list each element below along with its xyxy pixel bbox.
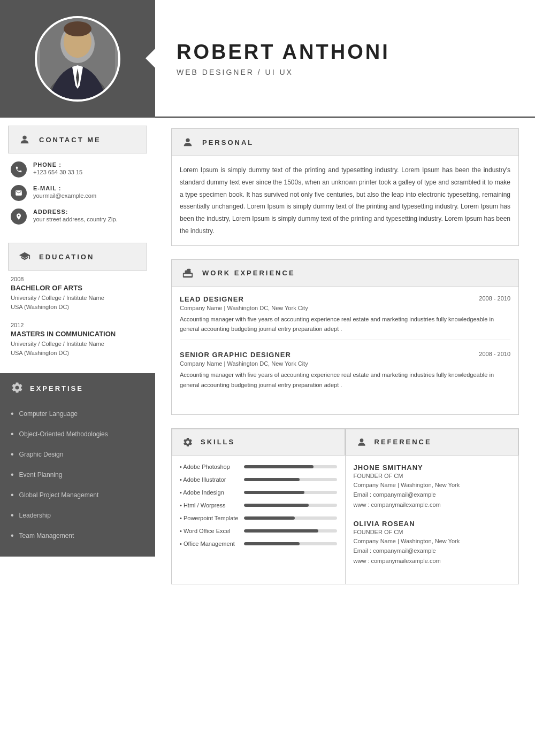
ref-role-1: FOUNDER OF CM xyxy=(354,473,511,479)
expertise-item-7: Team Management xyxy=(11,526,144,546)
personal-title: PERSONAL xyxy=(202,138,254,146)
main-right-content: PERSONAL Lorem Ipsum is simply dummy tex… xyxy=(155,118,535,756)
skills-list: Adobe Photoshop Adobe Illustrator Adobe … xyxy=(180,464,337,547)
expertise-header: EXPERTISE xyxy=(11,381,144,396)
contact-body: PHONE : +123 654 30 33 15 E-MAIL : yourm… xyxy=(0,153,155,240)
personal-icon xyxy=(180,134,196,150)
ref-item-2: OLIVIA ROSEAN FOUNDER OF CM Company Name… xyxy=(354,520,511,566)
contact-email: E-MAIL : yourmail@example.com xyxy=(11,185,144,201)
work-title-heading: WORK EXPERIENCE xyxy=(202,269,295,277)
work-position-2: SENIOR GRAPHIC DESIGNER xyxy=(180,351,291,359)
address-value: your street address, country Zip. xyxy=(33,216,118,222)
skill-bar-fill-4 xyxy=(244,504,309,507)
header-left-panel xyxy=(0,0,155,118)
personal-section: PERSONAL Lorem Ipsum is simply dummy tex… xyxy=(171,128,519,246)
skill-bar-fill-5 xyxy=(244,516,295,520)
contact-title: CONTACT ME xyxy=(39,136,101,144)
address-icon xyxy=(11,209,27,225)
education-icon xyxy=(17,249,33,265)
email-icon xyxy=(11,185,27,201)
ref-detail-2: Company Name | Washington, New York Emai… xyxy=(354,536,511,566)
reference-icon xyxy=(354,435,369,450)
skill-7: Office Management xyxy=(180,541,337,547)
expertise-item-3: Graphic Design xyxy=(11,444,144,465)
skill-name-2: Adobe Illustrator xyxy=(180,476,244,483)
address-text: ADDRESS: your street address, country Zi… xyxy=(33,209,118,223)
email-value: yourmail@example.com xyxy=(33,192,96,199)
education-title: EDUCATION xyxy=(39,253,94,261)
skill-bar-fill-2 xyxy=(244,478,300,481)
ref-name-2: OLIVIA ROSEAN xyxy=(354,520,511,528)
work-experience-section: WORK EXPERIENCE LEAD DESIGNER 2008 - 201… xyxy=(171,259,519,415)
work-desc-1: Accounting manager with five years of ac… xyxy=(180,314,510,334)
work-desc-2: Accounting manager with five years of ac… xyxy=(180,370,510,390)
skill-bar-bg-2 xyxy=(244,478,337,481)
expertise-section: EXPERTISE Computer Language Object-Orien… xyxy=(0,373,155,557)
work-company-2: Company Name | Washington DC, New York C… xyxy=(180,360,510,367)
expertise-title: EXPERTISE xyxy=(30,384,83,392)
edu-year-2: 2012 xyxy=(11,322,144,328)
expertise-item-5: Global Project Management xyxy=(11,485,144,505)
skill-4: Html / Worpress xyxy=(180,502,337,508)
skill-bar-bg-5 xyxy=(244,516,337,520)
personal-text: Lorem Ipsum is simply dummy text of the … xyxy=(180,164,510,237)
skill-bar-bg-4 xyxy=(244,504,337,507)
expertise-item-2: Object-Oriented Methodologies xyxy=(11,424,144,444)
skill-6: Word Office Excel xyxy=(180,528,337,534)
contact-phone: PHONE : +123 654 30 33 15 xyxy=(11,161,144,178)
education-section-header: EDUCATION xyxy=(8,243,147,271)
svg-point-4 xyxy=(64,21,91,36)
edu-item-1: 2008 BACHELOR OF ARTS University / Colle… xyxy=(11,276,144,311)
phone-value: +123 654 30 33 15 xyxy=(33,169,82,175)
edu-year-1: 2008 xyxy=(11,276,144,282)
skill-2: Adobe Illustrator xyxy=(180,476,337,483)
edu-degree-2: MASTERS IN COMMUNICATION xyxy=(11,330,144,338)
skills-header: SKILLS xyxy=(172,429,345,456)
email-text: E-MAIL : yourmail@example.com xyxy=(33,185,96,199)
expertise-list: Computer Language Object-Oriented Method… xyxy=(11,404,144,546)
edu-school-2: University / College / Institute Name US… xyxy=(11,340,144,357)
reference-section: REFERENCE JHONE SMITHANY FOUNDER OF CM C… xyxy=(346,429,519,584)
ref-detail-1: Company Name | Washington, New York Emai… xyxy=(354,480,511,510)
expertise-item-1: Computer Language xyxy=(11,404,144,424)
skill-bar-bg-1 xyxy=(244,465,337,468)
work-section-header: WORK EXPERIENCE xyxy=(172,260,518,287)
skills-icon xyxy=(180,435,195,450)
header: ROBERT ANTHONI WEB DESIGNER / UI UX xyxy=(0,0,535,118)
skill-5: Powerpoint Template xyxy=(180,515,337,521)
expertise-icon xyxy=(11,381,24,396)
education-section: EDUCATION 2008 BACHELOR OF ARTS Universi… xyxy=(0,243,155,373)
skill-name-7: Office Management xyxy=(180,541,244,547)
ref-item-1: JHONE SMITHANY FOUNDER OF CM Company Nam… xyxy=(354,464,511,510)
ref-name-1: JHONE SMITHANY xyxy=(354,464,511,472)
sidebar: CONTACT ME PHONE : +123 654 30 33 15 xyxy=(0,118,155,756)
svg-point-8 xyxy=(360,438,363,442)
skill-name-5: Powerpoint Template xyxy=(180,515,244,521)
header-right-panel: ROBERT ANTHONI WEB DESIGNER / UI UX xyxy=(155,0,535,118)
work-header-2: SENIOR GRAPHIC DESIGNER 2008 - 2010 xyxy=(180,351,510,359)
skill-1: Adobe Photoshop xyxy=(180,464,337,470)
avatar xyxy=(35,16,120,102)
skill-bar-bg-7 xyxy=(244,542,337,545)
skill-bar-bg-6 xyxy=(244,529,337,533)
skill-name-4: Html / Worpress xyxy=(180,502,244,508)
work-date-2: 2008 - 2010 xyxy=(479,351,510,357)
work-date-1: 2008 - 2010 xyxy=(479,295,510,302)
expertise-item-4: Event Planning xyxy=(11,465,144,485)
contact-section: CONTACT ME PHONE : +123 654 30 33 15 xyxy=(0,126,155,240)
phone-text: PHONE : +123 654 30 33 15 xyxy=(33,161,82,176)
email-label: E-MAIL : xyxy=(33,185,96,191)
skill-bar-fill-6 xyxy=(244,529,318,533)
edu-degree-1: BACHELOR OF ARTS xyxy=(11,284,144,292)
skills-title: SKILLS xyxy=(201,438,235,446)
education-body: 2008 BACHELOR OF ARTS University / Colle… xyxy=(0,271,155,373)
expertise-item-6: Leadership xyxy=(11,505,144,526)
work-item-2: SENIOR GRAPHIC DESIGNER 2008 - 2010 Comp… xyxy=(180,351,510,395)
reference-header: REFERENCE xyxy=(346,429,519,456)
skill-bar-fill-7 xyxy=(244,542,300,545)
address-label: ADDRESS: xyxy=(33,209,118,215)
svg-point-7 xyxy=(186,138,189,142)
skill-name-3: Adobe Indesign xyxy=(180,489,244,496)
work-item-1: LEAD DESIGNER 2008 - 2010 Company Name |… xyxy=(180,295,510,340)
reference-title: REFERENCE xyxy=(374,438,432,446)
